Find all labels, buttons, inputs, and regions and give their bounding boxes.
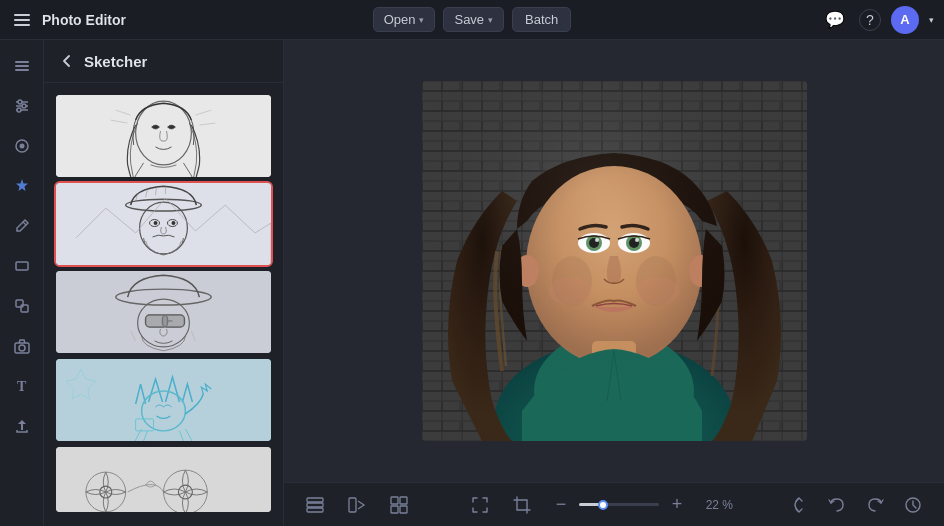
- avatar-caret-icon[interactable]: ▾: [929, 15, 934, 25]
- svg-rect-81: [307, 503, 323, 507]
- svg-rect-0: [15, 69, 29, 71]
- bottom-toolbar: − + 22 %: [284, 482, 944, 526]
- flip-icon[interactable]: [784, 490, 814, 520]
- svg-rect-84: [391, 497, 398, 504]
- filter-thumb-sketcher-gfx: [56, 183, 271, 267]
- filter-item-charcoal-gfx[interactable]: Charcoal GFX Ai: [54, 93, 273, 179]
- topbar-center: Open ▾ Save ▾ Batch: [373, 7, 572, 32]
- filter-item-sketcher-gfx[interactable]: Sketcher GFX Ai: [54, 181, 273, 267]
- svg-rect-34: [56, 271, 271, 355]
- svg-point-10: [19, 144, 24, 149]
- menu-icon[interactable]: [10, 10, 34, 30]
- layers-panel-icon[interactable]: [300, 490, 330, 520]
- main-area: T Sketcher: [0, 40, 944, 526]
- open-caret-icon: ▾: [419, 15, 424, 25]
- filter-item-sketcher-2[interactable]: Sketcher 2: [54, 357, 273, 443]
- help-icon[interactable]: ?: [859, 9, 881, 31]
- zoom-slider[interactable]: [579, 503, 659, 506]
- topbar-right: 💬 ? A ▾: [571, 6, 934, 34]
- save-caret-icon: ▾: [488, 15, 493, 25]
- svg-rect-87: [400, 506, 407, 513]
- sidebar-camera-icon[interactable]: [4, 328, 40, 364]
- sidebar-text-icon[interactable]: T: [4, 368, 40, 404]
- filter-thumb-sketcher-1: [56, 271, 271, 355]
- sidebar-brush-icon[interactable]: [4, 208, 40, 244]
- svg-rect-11: [16, 262, 28, 270]
- topbar: Photo Editor Open ▾ Save ▾ Batch 💬 ? A ▾: [0, 0, 944, 40]
- bottom-center: − + 22 %: [465, 490, 733, 520]
- grid-icon[interactable]: [384, 490, 414, 520]
- redo-icon[interactable]: [860, 490, 890, 520]
- svg-rect-83: [349, 498, 356, 512]
- svg-text:T: T: [17, 379, 27, 394]
- svg-point-29: [171, 221, 175, 225]
- svg-point-6: [22, 104, 26, 108]
- history-icon[interactable]: [898, 490, 928, 520]
- svg-rect-17: [56, 95, 271, 179]
- filter-list: Charcoal GFX Ai: [44, 83, 283, 526]
- svg-point-28: [154, 221, 158, 225]
- crop-icon[interactable]: [507, 490, 537, 520]
- bottom-right: [784, 490, 928, 520]
- zoom-out-icon[interactable]: −: [549, 493, 573, 517]
- fit-screen-icon[interactable]: [465, 490, 495, 520]
- filter-panel: Sketcher: [44, 40, 284, 526]
- undo-icon[interactable]: [822, 490, 852, 520]
- back-button[interactable]: [58, 52, 76, 70]
- svg-rect-1: [15, 65, 29, 67]
- canvas-viewport: [284, 40, 944, 482]
- open-button[interactable]: Open ▾: [373, 7, 436, 32]
- sidebar-frame-icon[interactable]: [4, 248, 40, 284]
- zoom-percent: 22 %: [701, 498, 733, 512]
- filter-item-sketcher-3[interactable]: [54, 445, 273, 514]
- sidebar-export-icon[interactable]: [4, 408, 40, 444]
- photo-preview: [422, 81, 807, 441]
- sidebar-objects-icon[interactable]: [4, 288, 40, 324]
- svg-rect-85: [400, 497, 407, 504]
- chat-icon[interactable]: 💬: [821, 6, 849, 34]
- filter-thumb-sketcher-2: [56, 359, 271, 443]
- compare-icon[interactable]: [342, 490, 372, 520]
- batch-button[interactable]: Batch: [512, 7, 571, 32]
- svg-rect-13: [21, 305, 28, 312]
- svg-rect-47: [56, 447, 271, 514]
- sidebar-adjust-icon[interactable]: [4, 88, 40, 124]
- svg-rect-86: [391, 506, 398, 513]
- zoom-control: − +: [549, 493, 689, 517]
- icon-sidebar: T: [0, 40, 44, 526]
- avatar[interactable]: A: [891, 6, 919, 34]
- svg-rect-12: [16, 300, 23, 307]
- canvas-area: − + 22 %: [284, 40, 944, 526]
- panel-title: Sketcher: [84, 53, 147, 70]
- svg-point-8: [17, 108, 21, 112]
- app-title: Photo Editor: [42, 12, 126, 28]
- sidebar-effects-icon[interactable]: [4, 168, 40, 204]
- sidebar-view-icon[interactable]: [4, 128, 40, 164]
- sidebar-layers-icon[interactable]: [4, 48, 40, 84]
- zoom-in-icon[interactable]: +: [665, 493, 689, 517]
- svg-rect-41: [163, 315, 185, 327]
- save-button[interactable]: Save ▾: [443, 7, 504, 32]
- svg-rect-80: [307, 508, 323, 512]
- filter-thumb-sketcher-3: [56, 447, 271, 514]
- svg-rect-2: [15, 61, 29, 63]
- svg-rect-82: [307, 498, 323, 502]
- bottom-left: [300, 490, 414, 520]
- filter-thumb-charcoal: [56, 95, 271, 179]
- filter-item-sketcher-1[interactable]: Sketcher 1: [54, 269, 273, 355]
- svg-rect-79: [422, 81, 807, 441]
- svg-point-15: [19, 345, 25, 351]
- svg-point-4: [18, 100, 22, 104]
- filter-panel-header: Sketcher: [44, 40, 283, 83]
- topbar-left: Photo Editor: [10, 10, 373, 30]
